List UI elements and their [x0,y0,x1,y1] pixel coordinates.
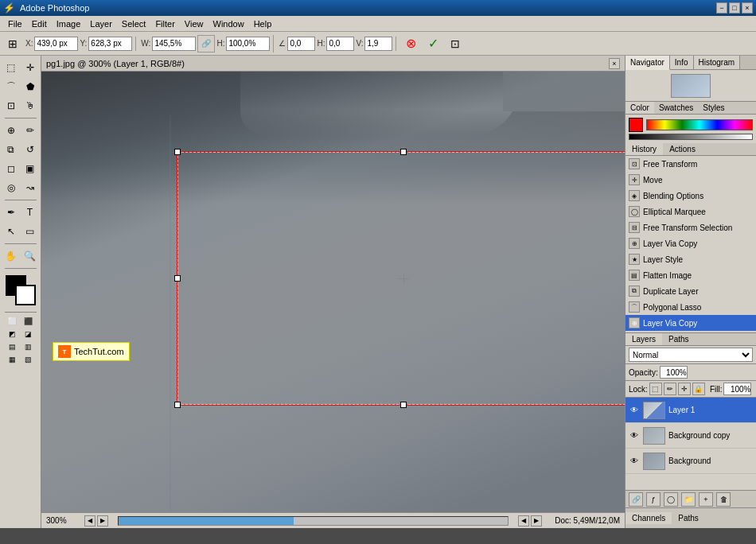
menu-help[interactable]: Help [249,17,277,30]
tool-screen-mode2[interactable]: ⬛ [21,316,36,327]
menu-view[interactable]: View [180,17,208,30]
v-input[interactable] [364,37,392,51]
color-spectrum[interactable] [646,119,753,130]
brightness-bar[interactable] [629,134,753,140]
tool-lasso[interactable]: ⌒ [2,78,20,95]
scroll-left-button[interactable]: ◀ [518,515,529,527]
history-item[interactable]: ⧉ Duplicate Layer [625,283,756,299]
lock-all[interactable]: 🔒 [692,383,705,395]
tool-quick-select[interactable]: ⬟ [21,78,39,95]
lock-transparent[interactable]: ⬚ [649,383,662,395]
menu-layer[interactable]: Layer [85,17,117,30]
scroll-right-button[interactable]: ▶ [531,515,542,527]
tool-path-select[interactable]: ↖ [2,223,20,240]
tool-eyedropper[interactable]: 🖰 [21,97,39,115]
layer-visibility[interactable]: 👁 [629,456,640,467]
tab-paths[interactable]: Paths [662,333,696,345]
tool-text[interactable]: T [21,204,39,221]
history-item[interactable]: ▤ Flatten Image [625,267,756,283]
nav-forward-button[interactable]: ▶ [97,515,108,527]
tool-shape[interactable]: ▭ [21,223,39,240]
tool-heal[interactable]: ⊕ [2,122,20,139]
extra-icon[interactable]: ⊡ [446,34,465,53]
history-item[interactable]: ⊕ Layer Via Copy [625,315,756,331]
tab-channels[interactable]: Channels [625,512,672,524]
layer-item[interactable]: 👁 Background [625,449,756,474]
new-layer-button[interactable]: + [699,492,713,507]
tool-extra2[interactable]: ◪ [21,328,36,340]
tab-swatches[interactable]: Swatches [654,102,698,114]
transform-handle-bl[interactable] [174,402,181,408]
layer-style-button[interactable]: ƒ [646,492,661,507]
link-icon[interactable]: 🔗 [197,35,215,52]
history-item[interactable]: ◈ Blending Options [625,188,756,204]
tool-brush[interactable]: ✏ [21,122,39,139]
tool-extra1[interactable]: ◩ [6,328,20,340]
close-button[interactable]: × [742,2,753,14]
tab-actions[interactable]: Actions [663,143,702,155]
lock-position[interactable]: ✛ [678,383,691,395]
layer-item[interactable]: 👁 Layer 1 [625,398,756,423]
menu-image[interactable]: Image [52,17,86,30]
tab-layers[interactable]: Layers [625,333,662,345]
h-input[interactable] [226,37,270,51]
confirm-transform-icon[interactable]: ✓ [423,34,442,53]
tool-extra6[interactable]: ▧ [21,354,36,365]
x-input[interactable] [34,37,78,51]
history-item[interactable]: ✛ Move [625,172,756,188]
tool-move[interactable]: ✛ [21,59,39,76]
cancel-transform-icon[interactable]: ⊗ [401,34,420,53]
tab-navigator[interactable]: Navigator [625,56,670,70]
tool-extra4[interactable]: ▥ [21,341,36,352]
history-item[interactable]: ⊕ Layer Via Copy [625,235,756,251]
tool-zoom[interactable]: 🔍 [21,247,39,265]
tab-styles[interactable]: Styles [698,102,729,114]
layer-visibility[interactable]: 👁 [629,430,640,441]
tool-gradient[interactable]: ▣ [21,160,39,177]
history-item[interactable]: ⊟ Free Transform Selection [625,220,756,235]
maximize-button[interactable]: □ [729,2,740,14]
tool-extra5[interactable]: ▦ [6,354,20,365]
tool-crop[interactable]: ⊡ [2,97,20,115]
color-swatch[interactable] [629,118,643,132]
tool-screen-mode[interactable]: ⬜ [6,316,20,327]
tab-histogram[interactable]: Histogram [694,56,741,69]
tool-extra3[interactable]: ▤ [6,341,20,352]
menu-window[interactable]: Window [208,17,249,30]
lock-image[interactable]: ✏ [664,383,676,395]
tool-clone[interactable]: ⧉ [2,141,20,158]
tool-marquee[interactable]: ⬚ [2,59,20,76]
history-item[interactable]: ⌒ Polygonal Lasso [625,299,756,315]
blend-mode-select[interactable]: Normal Multiply Screen [629,348,753,362]
tool-history-brush[interactable]: ↺ [21,141,39,158]
history-item[interactable]: ★ Layer Style [625,251,756,267]
tab-color[interactable]: Color [625,102,654,114]
link-layers-button[interactable]: 🔗 [629,492,643,507]
tool-dodge[interactable]: ◎ [2,179,20,196]
tab-history[interactable]: History [625,143,663,155]
history-item[interactable]: ◯ Elliptical Marquee [625,204,756,220]
tool-hand[interactable]: ✋ [2,247,20,265]
fill-input[interactable] [723,383,751,395]
layer-mask-button[interactable]: ◯ [664,492,678,507]
transform-handle-ml[interactable] [174,275,181,282]
transform-handle-bc[interactable] [400,402,407,408]
tool-eraser[interactable]: ◻ [2,160,20,177]
tab-info[interactable]: Info [670,56,694,69]
transform-icon[interactable]: ⊞ [3,34,22,53]
menu-filter[interactable]: Filter [150,17,179,30]
minimize-button[interactable]: − [716,2,727,14]
doc-close-button[interactable]: × [609,58,620,69]
opacity-input[interactable] [660,366,688,379]
h2-input[interactable] [326,37,354,51]
tool-pen[interactable]: ✒ [2,204,20,221]
tool-smudge[interactable]: ↝ [21,179,39,196]
y-input[interactable] [88,37,132,51]
canvas-view[interactable]: T TechTut.com [41,72,625,512]
menu-select[interactable]: Select [117,17,151,30]
tab-paths-bottom[interactable]: Paths [672,512,705,524]
layer-visibility[interactable]: 👁 [629,405,640,416]
new-group-button[interactable]: 📁 [681,492,696,507]
background-color[interactable] [15,285,36,305]
history-item[interactable]: ⊡ Free Transform [625,156,756,172]
